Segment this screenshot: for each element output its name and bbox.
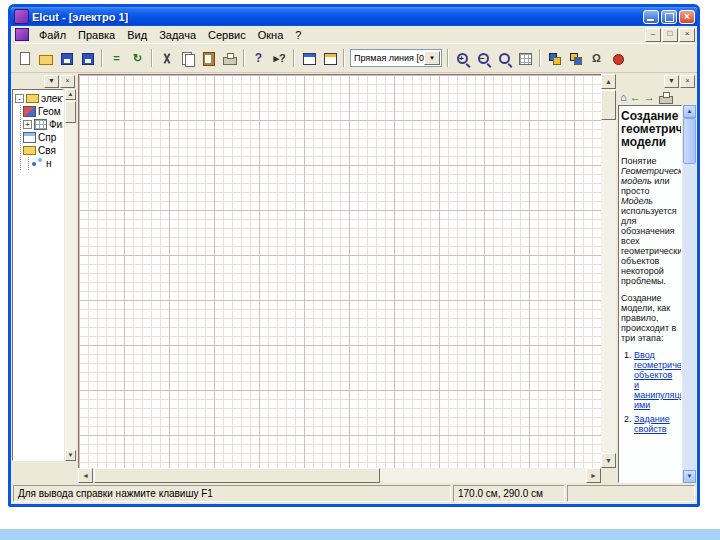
tree-item-label: Спр [38, 132, 56, 143]
save-all-icon [80, 51, 95, 66]
scroll-left-button[interactable]: ◄ [78, 468, 93, 483]
attach-yellow-icon [568, 51, 583, 66]
scroll-track[interactable] [65, 100, 76, 450]
help-term: Модель [621, 196, 653, 206]
scroll-thumb[interactable] [65, 101, 76, 123]
menu-edit[interactable]: Правка [72, 28, 121, 42]
home-icon[interactable]: ⌂ [620, 91, 627, 103]
vertical-scrollbar[interactable]: ▲ ▼ [601, 74, 616, 468]
title-bar[interactable]: Elcut - [электро 1] × [11, 7, 697, 26]
chevron-down-icon[interactable]: ▼ [44, 75, 59, 88]
horizontal-scrollbar[interactable]: ◄ ► [78, 468, 601, 483]
help-link[interactable]: Задание свойств [634, 414, 670, 434]
help-button[interactable]: ? [248, 48, 269, 69]
scroll-up-button[interactable]: ▲ [683, 105, 696, 118]
mdi-minimize-button[interactable]: – [645, 28, 661, 42]
app-window: Elcut - [электро 1] × Файл Правка Вид За… [8, 4, 700, 507]
minimize-button[interactable] [643, 10, 659, 24]
scrollbar-corner [601, 468, 616, 483]
task-properties-button[interactable]: = [106, 48, 127, 69]
scroll-right-button[interactable]: ► [586, 468, 601, 483]
new-file-button[interactable] [14, 48, 35, 69]
tree-item-label: Геом [38, 106, 61, 117]
data-window-button[interactable] [319, 48, 340, 69]
help-text: используется для обозначения всех геомет… [621, 206, 682, 286]
print-button[interactable] [219, 48, 240, 69]
context-help-button[interactable]: ▸? [269, 48, 290, 69]
tree-item-physical[interactable]: + Физ [23, 118, 63, 131]
help-content: Создание геометрической модели Понятие Г… [618, 105, 682, 483]
scroll-track[interactable] [601, 89, 616, 453]
mdi-close-button[interactable]: × [679, 28, 695, 42]
zoom-out-button[interactable]: − [473, 48, 494, 69]
solve-button[interactable] [607, 48, 628, 69]
save-all-button[interactable] [77, 48, 98, 69]
scroll-down-button[interactable]: ▼ [601, 453, 616, 468]
geometry-window-button[interactable] [298, 48, 319, 69]
scroll-track[interactable] [93, 468, 586, 483]
app-icon [14, 9, 29, 24]
menu-windows[interactable]: Окна [252, 28, 290, 42]
menu-help[interactable]: ? [289, 28, 307, 42]
close-button[interactable]: × [679, 10, 695, 24]
scroll-up-button[interactable]: ▲ [601, 74, 616, 89]
collapse-icon[interactable]: - [15, 94, 24, 103]
menu-view[interactable]: Вид [121, 28, 153, 42]
close-icon[interactable]: × [60, 75, 75, 88]
print-icon[interactable] [658, 91, 672, 104]
attach-task-button[interactable] [544, 48, 565, 69]
chevron-down-icon[interactable]: ▼ [664, 75, 679, 88]
scroll-down-button[interactable]: ▼ [683, 470, 696, 483]
model-grid-canvas[interactable] [78, 74, 601, 468]
scroll-thumb[interactable] [683, 118, 696, 164]
scroll-track[interactable] [683, 118, 696, 470]
copy-icon [180, 51, 195, 66]
paste-icon [201, 51, 216, 66]
document-system-icon[interactable] [15, 28, 29, 41]
help-link[interactable]: Ввод геометрических объектов и манипуляц… [634, 350, 682, 410]
scroll-thumb[interactable] [94, 468, 380, 483]
grid-button[interactable] [515, 48, 536, 69]
project-pane-scrollbar[interactable]: ▲ ▼ [65, 89, 76, 461]
forward-icon[interactable]: → [644, 91, 655, 103]
window-blue-icon [301, 51, 316, 66]
attach-data-button[interactable] [565, 48, 586, 69]
chevron-down-icon[interactable]: ▼ [424, 51, 440, 65]
cut-button[interactable] [156, 48, 177, 69]
status-coordinates: 170.0 см, 290.0 см [453, 485, 565, 502]
save-icon [59, 51, 74, 66]
menu-service[interactable]: Сервис [202, 28, 252, 42]
copy-button[interactable] [177, 48, 198, 69]
tree-item-reference[interactable]: Спр [23, 131, 63, 144]
mdi-restore-button[interactable]: □ [662, 28, 678, 42]
tree-item-project[interactable]: - электро [15, 92, 63, 105]
back-icon[interactable]: ← [630, 91, 641, 103]
tree-item-link-child[interactable]: н [31, 157, 63, 170]
paste-button[interactable] [198, 48, 219, 69]
scroll-down-button[interactable]: ▼ [65, 450, 76, 461]
scroll-up-button[interactable]: ▲ [65, 89, 76, 100]
zoom-out-icon: − [476, 51, 491, 66]
maximize-icon [665, 13, 674, 22]
help-scrollbar[interactable]: ▲ ▼ [683, 105, 696, 483]
zoom-in-button[interactable]: + [452, 48, 473, 69]
tree-item-links[interactable]: Свя [23, 144, 63, 157]
impedance-button[interactable]: Ω [586, 48, 607, 69]
zoom-window-button[interactable] [494, 48, 515, 69]
tree-item-geometry[interactable]: Геом [23, 105, 63, 118]
refresh-button[interactable]: ↻ [127, 48, 148, 69]
zoom-in-icon: + [455, 51, 470, 66]
content-area: ▼ × - электро Геом [11, 73, 697, 483]
menu-task[interactable]: Задача [153, 28, 202, 42]
open-file-button[interactable] [35, 48, 56, 69]
equals-icon: = [109, 51, 124, 66]
maximize-button[interactable] [661, 10, 677, 24]
refresh-icon: ↻ [130, 51, 145, 66]
scroll-thumb[interactable] [601, 90, 616, 120]
close-icon[interactable]: × [680, 75, 695, 88]
expand-icon[interactable]: + [23, 120, 32, 129]
menu-file[interactable]: Файл [33, 28, 72, 42]
save-button[interactable] [56, 48, 77, 69]
shape-combo[interactable]: Прямая линия [0°] ▼ [350, 49, 442, 67]
print-icon [222, 51, 237, 66]
